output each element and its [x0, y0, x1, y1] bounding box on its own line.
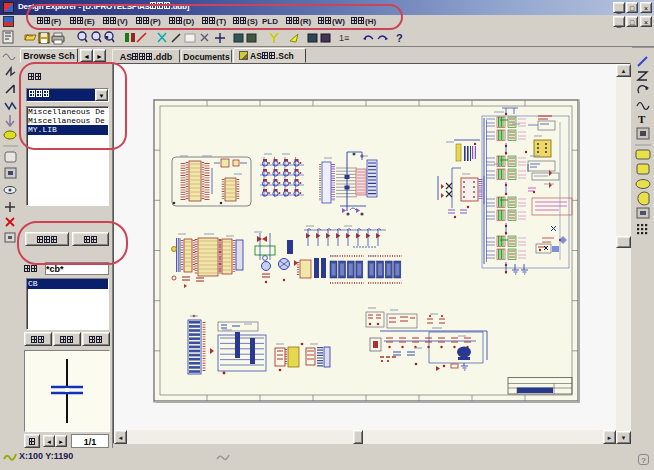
- svg-text:1≡: 1≡: [339, 33, 349, 43]
- svg-text:■: ■: [105, 34, 109, 40]
- svg-text:T: T: [638, 113, 646, 125]
- svg-text:?: ?: [396, 32, 403, 44]
